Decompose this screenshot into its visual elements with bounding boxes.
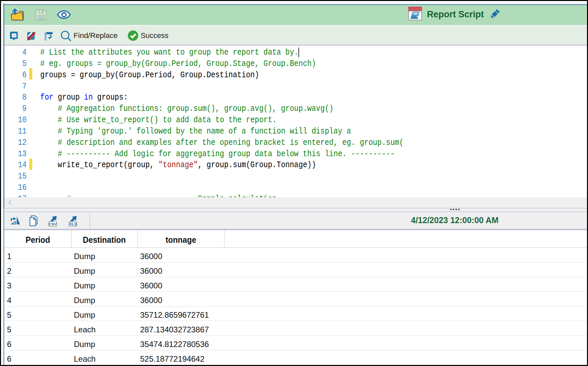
svg-text:CSV: CSV bbox=[49, 222, 57, 226]
svg-text:XLS: XLS bbox=[69, 222, 77, 226]
